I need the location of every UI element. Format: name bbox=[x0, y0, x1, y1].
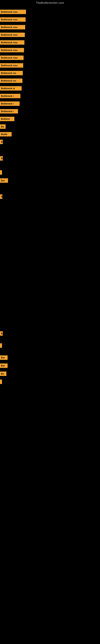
bar-row bbox=[0, 170, 2, 175]
bar-row: Bottleneck re bbox=[0, 86, 22, 90]
bar-row bbox=[0, 343, 2, 348]
bar-label: Bo bbox=[0, 372, 6, 376]
bar-row: Bottle bbox=[0, 132, 12, 136]
bar-label: Bottleneck resu bbox=[0, 17, 26, 22]
bar-row: Bot bbox=[0, 356, 8, 360]
bar-label: Bottleneck resu bbox=[0, 48, 24, 52]
bar-row: B bbox=[0, 194, 2, 199]
bar-label: Bottlene bbox=[0, 117, 14, 121]
bar-label: Bottleneck res bbox=[0, 78, 22, 83]
bar-label: Bottleneck r bbox=[0, 102, 20, 106]
bar-row: Bottleneck resu bbox=[0, 10, 26, 14]
bar-label: Bottleneck r bbox=[0, 94, 20, 98]
bar-row bbox=[0, 380, 2, 384]
bar-row: Bottleneck resu bbox=[0, 63, 23, 68]
bar-row: Bot bbox=[0, 178, 8, 183]
bar-row: Bot bbox=[0, 364, 8, 368]
bar-row: Bottleneck res bbox=[0, 78, 22, 83]
site-title: TheBottlenecker.com bbox=[0, 0, 100, 5]
bar-row: Bottlene bbox=[0, 117, 14, 121]
bar-label: B bbox=[0, 156, 3, 160]
bar-label: Bottleneck resu bbox=[0, 25, 25, 30]
bar-row: Bottleneck resu bbox=[0, 25, 25, 30]
bar-label: B bbox=[0, 194, 2, 199]
bar-row: Bottleneck resu bbox=[0, 17, 26, 22]
bar-row: Bo bbox=[0, 372, 6, 376]
bar-label: Bot bbox=[0, 356, 8, 360]
bar-label: B bbox=[0, 140, 3, 144]
bar-row: B bbox=[0, 156, 3, 160]
bar-label: Bottleneck resu bbox=[0, 63, 23, 68]
bar-label: Bottleneck re bbox=[0, 86, 22, 90]
bar-row: B bbox=[0, 331, 3, 336]
bar-label: Bottleneck r bbox=[0, 109, 18, 114]
bar-row: Bottleneck resu bbox=[0, 40, 24, 45]
bar-row: Bottleneck resu bbox=[0, 56, 24, 60]
bar-label: Bot bbox=[0, 178, 8, 183]
bar-label: Bottleneck resu bbox=[0, 32, 25, 37]
bar-label: Bottle bbox=[0, 132, 12, 136]
bar-row: B bbox=[0, 140, 3, 144]
bar-row: Bottleneck r bbox=[0, 102, 20, 106]
bar-row: Bottleneck resu bbox=[0, 48, 24, 52]
bar-label bbox=[0, 170, 2, 175]
bar-label: Bottleneck resu bbox=[0, 40, 24, 45]
bar-label: Bottleneck resu bbox=[0, 56, 24, 60]
bar-row: Bottleneck res bbox=[0, 71, 23, 75]
bar-row: Bottleneck resu bbox=[0, 32, 25, 37]
bar-label bbox=[0, 343, 2, 348]
bar-label bbox=[0, 380, 2, 384]
bar-label: B bbox=[0, 331, 3, 336]
bar-row: Bo bbox=[0, 124, 6, 129]
bar-label: Bot bbox=[0, 364, 8, 368]
bar-row: Bottleneck r bbox=[0, 94, 20, 98]
bar-label: Bo bbox=[0, 124, 6, 129]
bar-row: Bottleneck r bbox=[0, 109, 18, 114]
bar-label: Bottleneck res bbox=[0, 71, 23, 75]
bar-label: Bottleneck resu bbox=[0, 10, 26, 14]
